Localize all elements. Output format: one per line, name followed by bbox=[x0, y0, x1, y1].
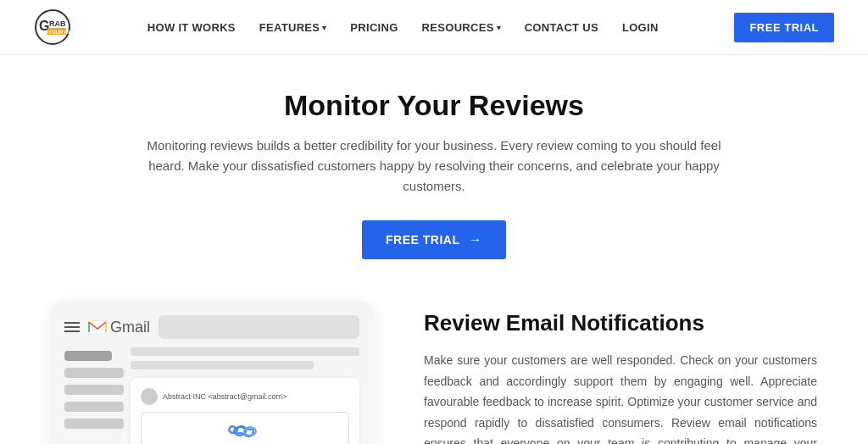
email-list-item-2 bbox=[131, 361, 314, 369]
hero-free-trial-button[interactable]: FREE TRIAL → bbox=[362, 220, 506, 259]
email-body: Abstract INC <abstract@gmail.com> bbox=[64, 347, 359, 444]
logo-icon: G RAB YOUR REVIEWS bbox=[34, 8, 71, 46]
nav-free-trial-button[interactable]: FREE TRIAL bbox=[734, 13, 834, 42]
nav-item-resources[interactable]: RESOURCES ▾ bbox=[422, 21, 501, 34]
sender-info: Abstract INC <abstract@gmail.com> bbox=[163, 392, 287, 401]
nav-link-login[interactable]: LOGIN bbox=[622, 21, 659, 34]
feature-text: Review Email Notifications Make sure you… bbox=[424, 302, 817, 444]
nav-link-features[interactable]: FEATURES bbox=[259, 21, 320, 34]
nav-item-pricing[interactable]: PRICING bbox=[350, 19, 398, 35]
hero-cta-label: FREE TRIAL bbox=[386, 233, 459, 247]
arrow-right-icon: → bbox=[468, 232, 482, 247]
gmail-logo: Gmail bbox=[88, 319, 150, 336]
preview-sender: Abstract INC <abstract@gmail.com> bbox=[141, 388, 349, 405]
hero-section: Monitor Your Reviews Monitoring reviews … bbox=[0, 55, 868, 285]
gmail-label-text: Gmail bbox=[110, 319, 150, 336]
nav-dropdown-resources[interactable]: RESOURCES ▾ bbox=[422, 21, 501, 34]
hero-description: Monitoring reviews builds a better credi… bbox=[146, 136, 722, 197]
svg-rect-5 bbox=[88, 320, 107, 334]
nav-dropdown-features[interactable]: FEATURES ▾ bbox=[259, 21, 327, 34]
email-list-item-1 bbox=[131, 347, 359, 356]
nav-link-pricing[interactable]: PRICING bbox=[350, 21, 398, 34]
gmail-header: Gmail bbox=[64, 315, 359, 339]
nav-item-login[interactable]: LOGIN bbox=[622, 19, 659, 35]
navbar: G RAB YOUR REVIEWS HOW IT WORKS FEATURES… bbox=[0, 0, 868, 55]
content-section: Gmail Abstract INC <abstract@gmail.com> bbox=[0, 285, 868, 444]
sidebar-bar-2 bbox=[64, 368, 124, 378]
sidebar-bar-4 bbox=[64, 402, 124, 412]
email-preview-card: Abstract INC <abstract@gmail.com> bbox=[131, 378, 359, 444]
gmail-search-bar[interactable] bbox=[159, 315, 359, 339]
svg-text:RAB: RAB bbox=[49, 19, 66, 28]
email-mock: Gmail Abstract INC <abstract@gmail.com> bbox=[51, 302, 373, 444]
gmail-m-icon bbox=[88, 320, 107, 334]
email-main: Abstract INC <abstract@gmail.com> bbox=[131, 347, 359, 444]
abstract-card: ABSTRACT Hi Jenny Would you mind leaving… bbox=[141, 412, 349, 444]
chevron-down-icon: ▾ bbox=[322, 23, 326, 32]
sidebar-bar-5 bbox=[64, 419, 124, 429]
hero-title: Monitor Your Reviews bbox=[17, 89, 851, 122]
sidebar-bar-3 bbox=[64, 385, 124, 395]
nav-link-contact[interactable]: CONTACT US bbox=[525, 21, 598, 34]
abstract-logo-icon bbox=[228, 421, 262, 441]
feature-description: Make sure your customers are well respon… bbox=[424, 350, 817, 444]
hamburger-icon bbox=[64, 322, 80, 332]
sender-avatar bbox=[141, 388, 158, 405]
nav-item-contact[interactable]: CONTACT US bbox=[525, 19, 598, 35]
sidebar-bar-1 bbox=[64, 351, 112, 361]
nav-link-how-it-works[interactable]: HOW IT WORKS bbox=[147, 21, 236, 34]
nav-links: HOW IT WORKS FEATURES ▾ PRICING RESOURCE… bbox=[147, 19, 659, 35]
logo-link[interactable]: G RAB YOUR REVIEWS bbox=[34, 8, 71, 46]
feature-title: Review Email Notifications bbox=[424, 310, 817, 336]
chevron-down-icon-2: ▾ bbox=[497, 23, 501, 32]
nav-item-features[interactable]: FEATURES ▾ bbox=[259, 21, 327, 34]
nav-item-how-it-works[interactable]: HOW IT WORKS bbox=[147, 19, 236, 35]
nav-link-resources[interactable]: RESOURCES bbox=[422, 21, 494, 34]
svg-text:YOUR REVIEWS: YOUR REVIEWS bbox=[48, 30, 71, 35]
email-sidebar bbox=[64, 347, 124, 444]
